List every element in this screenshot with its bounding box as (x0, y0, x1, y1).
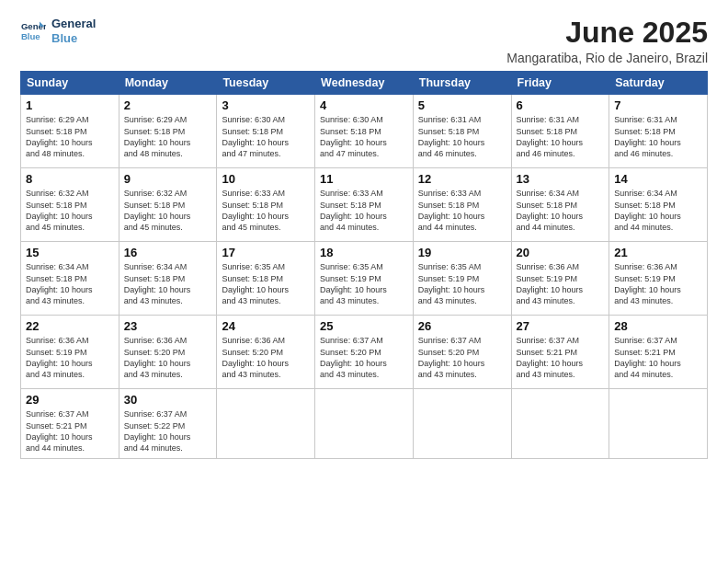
table-row: 20Sunrise: 6:36 AMSunset: 5:19 PMDayligh… (511, 242, 609, 316)
day-number: 5 (418, 98, 506, 112)
table-row: 27Sunrise: 6:37 AMSunset: 5:21 PMDayligh… (511, 316, 609, 389)
svg-text:Blue: Blue (21, 30, 40, 40)
header: General Blue General Blue June 2025 Mang… (20, 17, 708, 65)
cell-info: Sunrise: 6:36 AMSunset: 5:20 PMDaylight:… (222, 336, 289, 379)
table-row (217, 389, 315, 459)
cell-info: Sunrise: 6:35 AMSunset: 5:19 PMDaylight:… (320, 262, 387, 305)
location: Mangaratiba, Rio de Janeiro, Brazil (506, 51, 708, 65)
day-number: 3 (222, 98, 310, 112)
day-number: 8 (26, 172, 114, 186)
table-row: 1Sunrise: 6:29 AMSunset: 5:18 PMDaylight… (21, 95, 119, 168)
day-number: 10 (222, 172, 310, 186)
cell-info: Sunrise: 6:37 AMSunset: 5:20 PMDaylight:… (418, 336, 485, 379)
day-number: 23 (124, 319, 212, 333)
table-row: 21Sunrise: 6:36 AMSunset: 5:19 PMDayligh… (609, 242, 708, 316)
cell-info: Sunrise: 6:32 AMSunset: 5:18 PMDaylight:… (124, 189, 191, 232)
col-wednesday: Wednesday (315, 72, 414, 95)
day-number: 21 (614, 246, 702, 259)
logo-text-line1: General (51, 17, 96, 31)
table-row: 22Sunrise: 6:36 AMSunset: 5:19 PMDayligh… (21, 316, 119, 389)
cell-info: Sunrise: 6:31 AMSunset: 5:18 PMDaylight:… (418, 115, 485, 158)
table-row: 14Sunrise: 6:34 AMSunset: 5:18 PMDayligh… (609, 168, 708, 242)
cell-info: Sunrise: 6:35 AMSunset: 5:19 PMDaylight:… (418, 262, 485, 305)
day-number: 19 (418, 246, 506, 259)
day-number: 15 (26, 246, 114, 259)
calendar-header-row: Sunday Monday Tuesday Wednesday Thursday… (21, 72, 708, 95)
cell-info: Sunrise: 6:30 AMSunset: 5:18 PMDaylight:… (320, 115, 387, 158)
cell-info: Sunrise: 6:30 AMSunset: 5:18 PMDaylight:… (222, 115, 289, 158)
cell-info: Sunrise: 6:31 AMSunset: 5:18 PMDaylight:… (517, 115, 584, 158)
table-row: 28Sunrise: 6:37 AMSunset: 5:21 PMDayligh… (609, 316, 708, 389)
col-friday: Friday (511, 72, 609, 95)
cell-info: Sunrise: 6:37 AMSunset: 5:21 PMDaylight:… (614, 336, 681, 379)
day-number: 16 (124, 246, 212, 259)
logo: General Blue General Blue (20, 17, 96, 45)
cell-info: Sunrise: 6:29 AMSunset: 5:18 PMDaylight:… (124, 115, 191, 158)
col-monday: Monday (119, 72, 217, 95)
col-tuesday: Tuesday (217, 72, 315, 95)
day-number: 30 (124, 393, 212, 407)
table-row: 26Sunrise: 6:37 AMSunset: 5:20 PMDayligh… (413, 316, 511, 389)
day-number: 13 (517, 172, 605, 186)
day-number: 4 (320, 98, 408, 112)
table-row: 6Sunrise: 6:31 AMSunset: 5:18 PMDaylight… (511, 95, 609, 168)
table-row (609, 389, 708, 459)
cell-info: Sunrise: 6:37 AMSunset: 5:21 PMDaylight:… (26, 409, 93, 453)
table-row: 18Sunrise: 6:35 AMSunset: 5:19 PMDayligh… (315, 242, 414, 316)
cell-info: Sunrise: 6:33 AMSunset: 5:18 PMDaylight:… (418, 189, 485, 232)
day-number: 2 (124, 98, 212, 112)
cell-info: Sunrise: 6:34 AMSunset: 5:18 PMDaylight:… (124, 262, 191, 305)
table-row: 8Sunrise: 6:32 AMSunset: 5:18 PMDaylight… (21, 168, 119, 242)
page: General Blue General Blue June 2025 Mang… (0, 0, 728, 563)
day-number: 14 (614, 172, 702, 186)
cell-info: Sunrise: 6:34 AMSunset: 5:18 PMDaylight:… (26, 262, 93, 305)
table-row: 23Sunrise: 6:36 AMSunset: 5:20 PMDayligh… (119, 316, 217, 389)
cell-info: Sunrise: 6:35 AMSunset: 5:18 PMDaylight:… (222, 262, 289, 305)
day-number: 22 (26, 319, 114, 333)
table-row: 13Sunrise: 6:34 AMSunset: 5:18 PMDayligh… (511, 168, 609, 242)
col-saturday: Saturday (609, 72, 708, 95)
title-block: June 2025 Mangaratiba, Rio de Janeiro, B… (506, 17, 708, 65)
cell-info: Sunrise: 6:33 AMSunset: 5:18 PMDaylight:… (222, 189, 289, 232)
table-row: 25Sunrise: 6:37 AMSunset: 5:20 PMDayligh… (315, 316, 414, 389)
day-number: 1 (26, 98, 114, 112)
table-row: 7Sunrise: 6:31 AMSunset: 5:18 PMDaylight… (609, 95, 708, 168)
table-row: 9Sunrise: 6:32 AMSunset: 5:18 PMDaylight… (119, 168, 217, 242)
day-number: 11 (320, 172, 408, 186)
table-row: 12Sunrise: 6:33 AMSunset: 5:18 PMDayligh… (413, 168, 511, 242)
table-row: 19Sunrise: 6:35 AMSunset: 5:19 PMDayligh… (413, 242, 511, 316)
table-row: 16Sunrise: 6:34 AMSunset: 5:18 PMDayligh… (119, 242, 217, 316)
cell-info: Sunrise: 6:36 AMSunset: 5:20 PMDaylight:… (124, 336, 191, 379)
logo-text-line2: Blue (51, 31, 96, 46)
cell-info: Sunrise: 6:36 AMSunset: 5:19 PMDaylight:… (614, 262, 681, 305)
day-number: 29 (26, 393, 114, 407)
cell-info: Sunrise: 6:34 AMSunset: 5:18 PMDaylight:… (517, 189, 584, 232)
table-row: 4Sunrise: 6:30 AMSunset: 5:18 PMDaylight… (315, 95, 414, 168)
day-number: 18 (320, 246, 408, 259)
cell-info: Sunrise: 6:36 AMSunset: 5:19 PMDaylight:… (26, 336, 93, 379)
cell-info: Sunrise: 6:37 AMSunset: 5:22 PMDaylight:… (124, 409, 191, 453)
cell-info: Sunrise: 6:37 AMSunset: 5:20 PMDaylight:… (320, 336, 387, 379)
cell-info: Sunrise: 6:32 AMSunset: 5:18 PMDaylight:… (26, 189, 93, 232)
table-row: 30Sunrise: 6:37 AMSunset: 5:22 PMDayligh… (119, 389, 217, 459)
col-thursday: Thursday (413, 72, 511, 95)
day-number: 12 (418, 172, 506, 186)
cell-info: Sunrise: 6:33 AMSunset: 5:18 PMDaylight:… (320, 189, 387, 232)
table-row: 29Sunrise: 6:37 AMSunset: 5:21 PMDayligh… (21, 389, 119, 459)
cell-info: Sunrise: 6:29 AMSunset: 5:18 PMDaylight:… (26, 115, 93, 158)
cell-info: Sunrise: 6:34 AMSunset: 5:18 PMDaylight:… (614, 189, 681, 232)
table-row: 10Sunrise: 6:33 AMSunset: 5:18 PMDayligh… (217, 168, 315, 242)
table-row: 15Sunrise: 6:34 AMSunset: 5:18 PMDayligh… (21, 242, 119, 316)
table-row: 2Sunrise: 6:29 AMSunset: 5:18 PMDaylight… (119, 95, 217, 168)
cell-info: Sunrise: 6:37 AMSunset: 5:21 PMDaylight:… (517, 336, 584, 379)
day-number: 6 (517, 98, 605, 112)
table-row: 17Sunrise: 6:35 AMSunset: 5:18 PMDayligh… (217, 242, 315, 316)
day-number: 27 (517, 319, 605, 333)
day-number: 25 (320, 319, 408, 333)
day-number: 24 (222, 319, 310, 333)
table-row (413, 389, 511, 459)
table-row: 24Sunrise: 6:36 AMSunset: 5:20 PMDayligh… (217, 316, 315, 389)
calendar-table: Sunday Monday Tuesday Wednesday Thursday… (20, 71, 708, 459)
col-sunday: Sunday (21, 72, 119, 95)
day-number: 26 (418, 319, 506, 333)
